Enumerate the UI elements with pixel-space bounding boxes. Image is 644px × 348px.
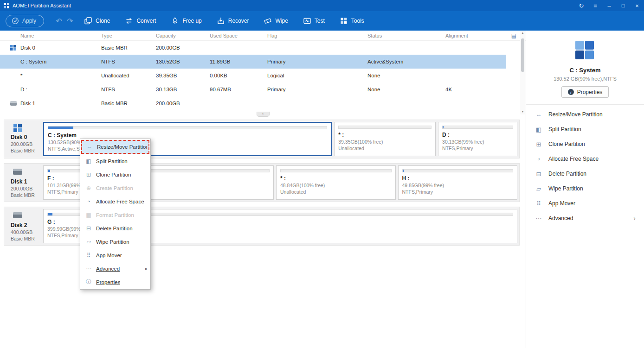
menu-item-allocate-free-space[interactable]: ◔Allocate Free Space <box>80 195 150 208</box>
apply-check-icon <box>12 17 19 25</box>
partition-size: 48.84GB(100% free) <box>280 183 392 188</box>
convert-button[interactable]: Convert <box>118 14 162 28</box>
table-row-partition[interactable]: *Unallocated39.35GB0.00KBLogicalNone <box>0 69 506 82</box>
cell-type: NTFS <box>101 59 156 64</box>
scrollbar-thumb[interactable] <box>521 38 524 72</box>
menu-item-delete-partition[interactable]: ⊟Delete Partition <box>80 221 150 235</box>
disk-size: 200.00GB <box>11 141 43 147</box>
cell-cap: 39.35GB <box>156 73 210 78</box>
scroll-up-icon[interactable]: ▲ <box>520 31 525 36</box>
menu-item-resize-move-partition[interactable]: ⇔Resize/Move Partition <box>81 140 149 154</box>
selected-partition-summary: C : System 130.52 GB(90% free),NTFS i Pr… <box>526 41 644 98</box>
cell-name: C : System <box>0 59 101 64</box>
sidebar-item-clone-partition[interactable]: ⊞Clone Partition <box>526 137 644 152</box>
close-button[interactable]: × <box>630 0 644 11</box>
menu-item-properties[interactable]: ⓘProperties <box>80 275 150 289</box>
sidebar-item-split-partition[interactable]: ◧Split Partition <box>526 122 644 137</box>
cell-align: 4K <box>445 87 506 92</box>
cell-flag: Primary <box>267 87 367 92</box>
partition-size: 30.13GB(99% free) <box>442 139 513 145</box>
resize-move-icon: ⇔ <box>535 111 542 118</box>
apply-button[interactable]: Apply <box>6 15 44 27</box>
column-header-flag[interactable]: Flag <box>267 33 367 38</box>
cell-type: Unallocated <box>101 73 156 78</box>
menu-item-label: Delete Partition <box>96 226 133 231</box>
partition-name: H : <box>402 175 514 182</box>
cell-status: None <box>367 87 445 92</box>
app-logo-icon <box>4 3 9 8</box>
sidebar-item-allocate-free-space[interactable]: ◔Allocate Free Space <box>526 152 644 166</box>
sidebar-item-label: Clone Partition <box>548 141 585 147</box>
sidebar-item-advanced[interactable]: ⋯Advanced› <box>526 211 644 226</box>
table-scrollbar[interactable]: ▲ ▼ <box>520 31 525 114</box>
column-header-name[interactable]: Name <box>0 33 101 38</box>
test-button[interactable]: Test <box>296 14 331 28</box>
sidebar-item-app-mover[interactable]: ⠿App Mover <box>526 196 644 211</box>
free-up-button[interactable]: Free up <box>164 14 208 28</box>
cell-name: Disk 1 <box>0 101 101 106</box>
table-row-disk[interactable]: Disk 0Basic MBR200.00GB <box>0 41 506 55</box>
properties-button[interactable]: i Properties <box>561 86 609 98</box>
maximize-button[interactable]: □ <box>616 0 630 11</box>
disk-info-disk-0[interactable]: Disk 0200.00GBBasic MBR <box>4 120 43 158</box>
clone-icon: ⊞ <box>535 141 542 148</box>
undo-button[interactable]: ↶ <box>53 17 64 25</box>
resize-move-icon: ⇔ <box>86 144 93 150</box>
partition-name: C : System <box>48 132 327 139</box>
partition-block-d[interactable]: D :30.13GB(99% free)NTFS,Primary <box>438 122 517 156</box>
tools-button[interactable]: Tools <box>333 14 371 28</box>
menu-item-wipe-partition[interactable]: ▱Wipe Partition <box>80 235 150 248</box>
menu-item-app-mover[interactable]: ⠿App Mover <box>80 248 150 262</box>
column-header-used[interactable]: Used Space <box>210 33 267 38</box>
partition-size: 39.35GB(100% free) <box>338 139 431 145</box>
format-icon: ▦ <box>85 212 92 218</box>
menu-item-clone-partition[interactable]: ⊞Clone Partition <box>80 168 150 181</box>
sidebar-item-resize-move-partition[interactable]: ⇔Resize/Move Partition <box>526 107 644 122</box>
clone-icon: ⊞ <box>85 171 92 178</box>
partition-block-[interactable]: * :39.35GB(100% free)Unallocated <box>334 122 436 156</box>
selected-partition-info: 130.52 GB(90% free),NTFS <box>526 76 644 82</box>
partition-squares-icon <box>574 41 596 61</box>
sidebar-item-label: Allocate Free Space <box>548 156 599 162</box>
partition-block-h[interactable]: H :49.85GB(99% free)NTFS,Primary <box>398 165 518 200</box>
disk-info-disk-2[interactable]: Disk 2400.00GBBasic MBR <box>4 207 43 245</box>
cell-used: 11.89GB <box>210 59 267 64</box>
wipe-button[interactable]: Wipe <box>257 14 294 28</box>
partition-size: 49.85GB(99% free) <box>402 183 514 188</box>
table-collapse-handle[interactable]: ∧ <box>257 112 270 117</box>
table-row-partition[interactable]: D :NTFS30.13GB90.67MBPrimaryNone4K <box>0 82 506 96</box>
column-header-status[interactable]: Status <box>367 33 445 38</box>
clone-button[interactable]: Clone <box>77 14 116 28</box>
table-row-partition[interactable]: C : SystemNTFS130.52GB11.89GBPrimaryActi… <box>0 55 506 69</box>
disk-name: Disk 0 <box>11 134 43 140</box>
menu-icon[interactable]: ≡ <box>588 0 602 11</box>
sidebar-divider <box>526 104 644 105</box>
tools-icon <box>340 17 348 25</box>
sidebar-item-delete-partition[interactable]: ⊟Delete Partition <box>526 166 644 181</box>
partition-name: * : <box>338 132 431 138</box>
info-circle-icon: ⓘ <box>85 278 92 286</box>
minimize-button[interactable]: – <box>602 0 616 11</box>
partition-block-f[interactable]: F :101.31GB(99% free)NTFS,Primary <box>43 165 274 200</box>
disk-info-disk-1[interactable]: Disk 1200.00GBBasic MBR <box>4 164 43 202</box>
menu-item-create-partition: ⊕Create Partition <box>80 181 150 195</box>
column-header-align[interactable]: Alignment <box>445 33 506 38</box>
table-row-disk[interactable]: Disk 1Basic MBR200.00GB <box>0 96 506 110</box>
column-header-cap[interactable]: Capacity <box>156 33 210 38</box>
partition-fs: NTFS,Primary <box>402 189 514 195</box>
partition-block-[interactable]: * :48.84GB(100% free)Unallocated <box>276 165 396 200</box>
sync-icon[interactable]: ↻ <box>574 0 588 11</box>
recover-button[interactable]: Recover <box>210 14 256 28</box>
menu-item-split-partition[interactable]: ◧Split Partition <box>80 154 150 168</box>
column-settings-icon[interactable]: ▤ <box>511 32 516 39</box>
redo-button[interactable]: ↷ <box>64 17 76 25</box>
disk-style: Basic MBR <box>11 236 43 241</box>
usage-bar <box>48 126 327 129</box>
partition-table: NameTypeCapacityUsed SpaceFlagStatusAlig… <box>0 31 526 116</box>
column-header-type[interactable]: Type <box>101 33 156 38</box>
scroll-down-icon[interactable]: ▼ <box>520 109 525 114</box>
sidebar-item-wipe-partition[interactable]: ▱Wipe Partition <box>526 181 644 196</box>
recover-icon <box>217 17 225 25</box>
submenu-arrow-icon: ▸ <box>145 266 148 271</box>
menu-item-advanced[interactable]: ⋯Advanced▸ <box>80 262 150 275</box>
